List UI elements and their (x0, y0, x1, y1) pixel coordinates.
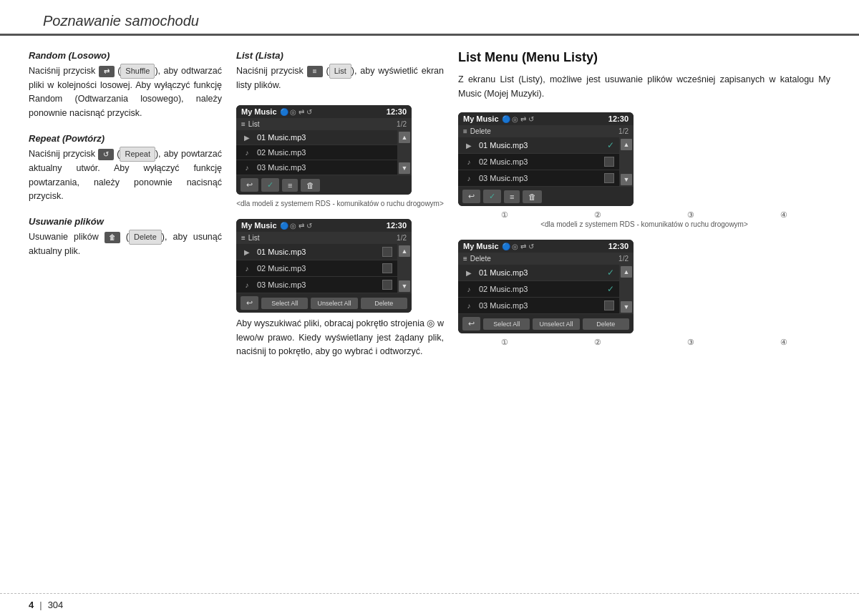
player-title-4: My Music (463, 242, 499, 250)
track-icon-s2-3: ♪ (241, 281, 253, 289)
list-button-1[interactable]: ≡ (282, 179, 298, 192)
right-column: List Menu (Menu Listy) Z ekranu List (Li… (458, 50, 830, 372)
delete-subheader-icon-3: ≡ (463, 127, 467, 135)
scroll-down-4[interactable]: ▼ (621, 301, 632, 313)
player-header-3: My Music 🔵 ◎ ⇄ ↺ 12:30 (458, 112, 634, 125)
track-name-s4-3: 03 Music.mp3 (479, 301, 600, 310)
scroll-up-2[interactable]: ▲ (399, 245, 410, 257)
repeat-icon: ↺ (98, 149, 114, 160)
scroll-down-1[interactable]: ▼ (399, 162, 410, 174)
list-button-3[interactable]: ≡ (504, 190, 520, 203)
scroll-caption: Aby wyszukiwać pliki, obracaj pokrętło s… (236, 317, 444, 358)
check-button-1[interactable]: ✓ (261, 178, 279, 192)
scroll-up-1[interactable]: ▲ (399, 132, 410, 143)
track-name-s3-3: 03 Music.mp3 (479, 174, 600, 182)
trash-button-1[interactable]: 🗑 (301, 179, 320, 192)
select-all-button-4[interactable]: Select All (483, 318, 530, 330)
track-name-s2-2: 02 Music.mp3 (257, 264, 378, 273)
track-checkbox-s2-3[interactable] (382, 280, 392, 290)
shuffle-icon: ⇄ (99, 66, 115, 77)
track-check-s4-2: ✓ (607, 284, 614, 294)
track-check-s3-1: ✓ (607, 140, 614, 150)
track-row-s3-1: ▶ 01 Music.mp3 ✓ (458, 137, 619, 154)
random-body: Naciśnij przycisk ⇄ (Shuffle), aby odtwa… (29, 64, 222, 120)
player-icons-1: 🔵 ◎ ⇄ ↺ (280, 108, 312, 116)
track-row-3: ♪ 03 Music.mp3 (236, 160, 397, 175)
label-num-1: ① (501, 210, 508, 220)
track-icon-s4-2: ♪ (463, 285, 475, 293)
player-time-4: 12:30 (608, 242, 629, 250)
player-footer-1: ↩ ✓ ≡ 🗑 (236, 175, 412, 195)
list-subheader-icon-1: ≡ (241, 120, 246, 128)
track-checkbox-s2-2[interactable] (382, 263, 392, 273)
back-button-4[interactable]: ↩ (462, 317, 480, 331)
label-num-s4-3: ③ (687, 338, 694, 347)
track-checkbox-s3-3[interactable] (604, 173, 614, 183)
track-icon-2: ♪ (241, 149, 253, 157)
player-time-2: 12:30 (387, 221, 407, 230)
track-row-s4-3: ♪ 03 Music.mp3 (458, 298, 619, 314)
label-num-3: ③ (687, 210, 694, 220)
player-header-4: My Music 🔵 ◎ ⇄ ↺ 12:30 (458, 240, 634, 253)
middle-column: List (Lista) Naciśnij przycisk ≡ (List),… (236, 50, 444, 372)
track-check-s4-1: ✓ (607, 268, 614, 278)
unselect-all-button-2[interactable]: Unselect All (311, 298, 357, 309)
select-all-button-2[interactable]: Select All (261, 298, 308, 309)
unselect-all-button-4[interactable]: Unselect All (533, 318, 579, 330)
track-row-s4-2: ♪ 02 Music.mp3 ✓ (458, 281, 619, 298)
player-screen-2: My Music 🔵 ◎ ⇄ ↺ 12:30 ≡ List 1/2 ▶ 01 M… (236, 219, 412, 313)
player-subheader-2: ≡ List 1/2 (236, 232, 412, 244)
scroll-down-3[interactable]: ▼ (621, 174, 632, 185)
random-title: Random (Losowo) (29, 50, 222, 61)
track-name-3: 03 Music.mp3 (257, 163, 392, 172)
back-button-1[interactable]: ↩ (241, 178, 258, 192)
player-icons-4: 🔵 ◎ ⇄ ↺ (502, 243, 534, 250)
page-number: 4 (29, 600, 34, 610)
player-icons-3: 🔵 ◎ ⇄ ↺ (502, 115, 534, 123)
delete-button-2[interactable]: Delete (361, 298, 407, 309)
track-checkbox-s4-3[interactable] (604, 300, 614, 311)
player-scrollbar-4: ▲ ▼ (619, 265, 634, 314)
track-row-s4-1: ▶ 01 Music.mp3 ✓ (458, 265, 619, 281)
player-tracks-2: ▶ 01 Music.mp3 ♪ 02 Music.mp3 ♪ 03 Music… (236, 244, 397, 293)
back-button-2[interactable]: ↩ (241, 296, 258, 310)
player-time-3: 12:30 (608, 114, 629, 123)
back-button-3[interactable]: ↩ (462, 190, 480, 203)
track-icon-s4-3: ♪ (463, 302, 475, 310)
player-tracks-1: ▶ 01 Music.mp3 ♪ 02 Music.mp3 ♪ 03 Music… (236, 130, 397, 175)
player-scrollbar-3: ▲ ▼ (619, 137, 634, 187)
scroll-down-2[interactable]: ▼ (399, 280, 410, 292)
player-scrollbar-1: ▲ ▼ (397, 130, 412, 175)
track-row-s2-1: ▶ 01 Music.mp3 (236, 244, 397, 260)
track-name-s4-1: 01 Music.mp3 (479, 268, 603, 277)
scroll-up-4[interactable]: ▲ (621, 266, 632, 278)
track-row-s3-2: ♪ 02 Music.mp3 (458, 154, 619, 170)
check-button-3[interactable]: ✓ (483, 190, 501, 203)
numbered-labels-1: ① ② ③ ④ (458, 210, 830, 220)
track-name-1: 01 Music.mp3 (257, 133, 392, 142)
track-row-1: ▶ 01 Music.mp3 (236, 130, 397, 145)
player-footer-2: ↩ Select All Unselect All Delete (236, 293, 412, 313)
list-subheader-label-1: List (248, 120, 260, 128)
player-screen-4: My Music 🔵 ◎ ⇄ ↺ 12:30 ≡ Delete 1/2 ▶ 01… (458, 240, 634, 333)
track-icon-1: ▶ (241, 134, 253, 142)
player-subheader-1: ≡ List 1/2 (236, 118, 412, 130)
scroll-up-3[interactable]: ▲ (621, 139, 632, 150)
track-icon-s2-2: ♪ (241, 265, 253, 273)
track-checkbox-s3-2[interactable] (604, 157, 614, 167)
trash-button-3[interactable]: 🗑 (523, 190, 542, 203)
list-title: List (Lista) (236, 50, 444, 61)
player-footer-3: ↩ ✓ ≡ 🗑 (458, 187, 634, 206)
repeat-title: Repeat (Powtórz) (29, 133, 222, 144)
shuffle-badge: Shuffle (120, 64, 155, 79)
player-scrollbar-2: ▲ ▼ (397, 244, 412, 293)
track-row-s3-3: ♪ 03 Music.mp3 (458, 170, 619, 187)
player-page-3: 1/2 (618, 127, 629, 135)
delete-button-4[interactable]: Delete (583, 318, 629, 330)
track-checkbox-s2-1[interactable] (382, 247, 392, 257)
track-row-s2-3: ♪ 03 Music.mp3 (236, 277, 397, 293)
track-icon-s3-1: ▶ (463, 142, 475, 150)
track-icon-s3-2: ♪ (463, 158, 475, 166)
main-content: Random (Losowo) Naciśnij przycisk ⇄ (Shu… (0, 36, 859, 386)
player-body-3: ▶ 01 Music.mp3 ✓ ♪ 02 Music.mp3 ♪ 03 Mus… (458, 137, 634, 187)
